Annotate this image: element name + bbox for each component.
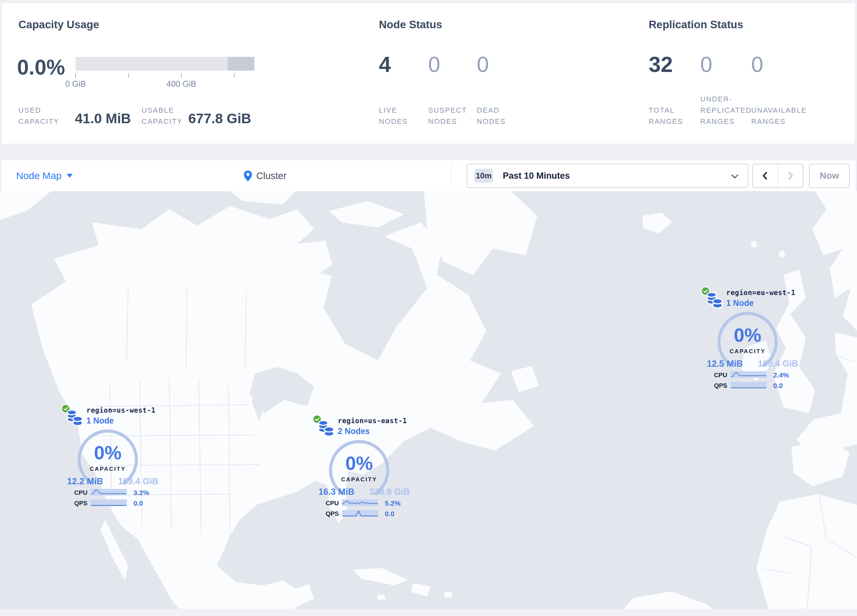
database-stack-icon xyxy=(318,420,334,437)
axis-tick xyxy=(234,73,235,77)
cpu-sparkline xyxy=(91,489,127,496)
capacity-label: CAPACITY xyxy=(326,476,392,483)
node-map: region=us-west-1 1 Node 0% CAPACITY 12.2… xyxy=(0,191,857,616)
unavailable-count: 0 xyxy=(751,52,763,77)
cpu-label: CPU xyxy=(320,500,339,507)
breadcrumb-cluster[interactable]: Cluster xyxy=(244,160,286,191)
usable-capacity-value: 677.8 GiB xyxy=(188,111,251,127)
dead-nodes-label: DEAD NODES xyxy=(477,105,516,127)
used-capacity: 16.3 MiB xyxy=(319,487,354,497)
qps-label: QPS xyxy=(68,500,87,507)
chevron-down-icon xyxy=(731,174,738,179)
capacity-percent: 0% xyxy=(326,452,392,474)
replication-status-title: Replication Status xyxy=(649,19,743,31)
map-footer-strip xyxy=(0,609,857,616)
region-name: region=us-east-1 xyxy=(338,417,407,425)
usable-capacity-label: USABLE CAPACITY xyxy=(142,105,194,127)
qps-label: QPS xyxy=(320,510,339,517)
time-range-value: Past 10 Minutes xyxy=(503,171,570,181)
map-toolbar: Node Map Cluster 10m Past 10 Minutes Now xyxy=(1,160,856,191)
used-capacity-label: USED CAPACITY xyxy=(19,105,68,127)
dead-nodes-count: 0 xyxy=(477,52,489,77)
chevron-right-icon xyxy=(785,171,795,181)
region-marker-us-east-1[interactable]: region=us-east-1 2 Nodes 0% CAPACITY 16.… xyxy=(310,415,418,523)
previous-interval-button[interactable] xyxy=(753,164,778,187)
total-capacity: 169.4 GiB xyxy=(118,476,158,486)
capacity-bar-reserved-segment xyxy=(228,57,254,71)
qps-value: 0.0 xyxy=(133,499,143,507)
qps-value: 0.0 xyxy=(773,382,783,390)
database-stack-icon xyxy=(67,409,83,426)
region-node-count: 1 Node xyxy=(726,298,753,308)
axis-tick xyxy=(181,73,182,77)
breadcrumb-label: Cluster xyxy=(256,170,286,181)
capacity-bar xyxy=(76,57,254,71)
cpu-value: 2.4% xyxy=(773,371,789,379)
axis-label-zero: 0 GiB xyxy=(56,79,95,89)
under-replicated-label: UNDER-REPLICATED RANGES xyxy=(700,94,758,127)
total-capacity: 169.4 GiB xyxy=(758,359,798,369)
qps-value: 0.0 xyxy=(385,510,394,518)
cpu-label: CPU xyxy=(68,489,87,496)
cpu-sparkline xyxy=(342,499,378,506)
axis-label-400: 400 GiB xyxy=(162,79,201,89)
qps-sparkline xyxy=(342,510,378,517)
region-node-count: 2 Nodes xyxy=(338,426,370,436)
time-range-dropdown[interactable]: 10m Past 10 Minutes xyxy=(467,164,748,188)
region-marker-eu-west-1[interactable]: region=eu-west-1 1 Node 0% CAPACITY 12.5… xyxy=(698,287,807,395)
node-status-title: Node Status xyxy=(379,19,442,31)
qps-sparkline xyxy=(730,382,767,389)
under-replicated-count: 0 xyxy=(700,52,712,77)
chevron-left-icon xyxy=(760,171,770,181)
capacity-usage-title: Capacity Usage xyxy=(19,19,99,31)
axis-tick xyxy=(128,73,129,77)
region-name: region=us-west-1 xyxy=(87,406,155,414)
capacity-percent: 0.0% xyxy=(17,55,65,80)
time-step-buttons xyxy=(752,164,803,188)
database-stack-icon xyxy=(707,292,723,309)
suspect-nodes-label: SUSPECT NODES xyxy=(428,105,473,127)
total-capacity: 338.9 GiB xyxy=(369,487,410,497)
capacity-percent: 0% xyxy=(715,324,780,346)
cluster-summary-card: Capacity Usage 0.0% 0 GiB 400 GiB USED C… xyxy=(2,3,855,144)
region-node-count: 1 Node xyxy=(87,416,114,425)
capacity-label: CAPACITY xyxy=(75,466,141,472)
view-selector-label: Node Map xyxy=(16,170,62,181)
cpu-value: 3.2% xyxy=(133,489,149,497)
total-ranges-count: 32 xyxy=(649,52,673,77)
cpu-sparkline xyxy=(730,371,767,378)
used-capacity-value: 41.0 MiB xyxy=(75,111,131,127)
time-range-badge: 10m xyxy=(475,169,493,183)
region-marker-us-west-1[interactable]: region=us-west-1 1 Node 0% CAPACITY 12.2… xyxy=(59,404,167,513)
total-ranges-label: TOTAL RANGES xyxy=(649,105,691,127)
cpu-label: CPU xyxy=(708,372,727,379)
cpu-value: 5.2% xyxy=(385,499,401,507)
capacity-label: CAPACITY xyxy=(715,348,780,355)
axis-tick xyxy=(75,73,76,77)
region-name: region=eu-west-1 xyxy=(726,289,795,296)
now-button[interactable]: Now xyxy=(809,164,850,188)
live-nodes-label: LIVE NODES xyxy=(379,105,418,127)
view-selector-dropdown[interactable]: Node Map xyxy=(16,160,73,191)
chevron-down-icon xyxy=(67,174,73,178)
qps-label: QPS xyxy=(708,382,727,389)
map-pin-icon xyxy=(244,170,252,181)
world-map-graphic xyxy=(0,191,857,616)
unavailable-label: UNAVAILABLE RANGES xyxy=(751,105,812,127)
toolbar-divider xyxy=(451,164,451,188)
qps-sparkline xyxy=(91,499,127,506)
next-interval-button[interactable] xyxy=(778,164,803,187)
capacity-percent: 0% xyxy=(75,442,141,463)
used-capacity: 12.2 MiB xyxy=(67,476,103,486)
suspect-nodes-count: 0 xyxy=(428,52,440,77)
used-capacity: 12.5 MiB xyxy=(707,359,743,369)
live-nodes-count: 4 xyxy=(379,52,391,77)
